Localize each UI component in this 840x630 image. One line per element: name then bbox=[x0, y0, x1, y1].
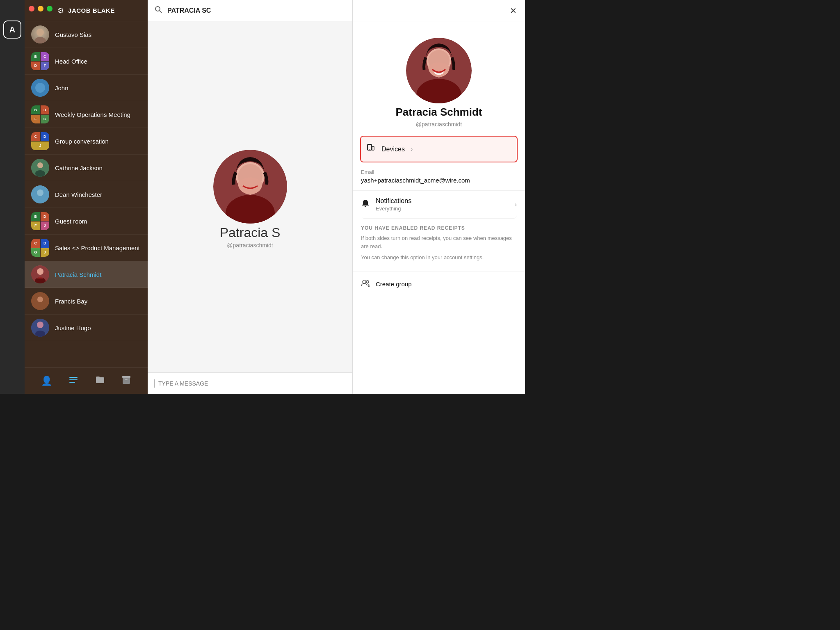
profile-preview-handle: @patraciaschmidt bbox=[227, 242, 273, 249]
bell-icon bbox=[361, 199, 370, 210]
sidebar-item-francis[interactable]: Francis Bay bbox=[25, 288, 148, 315]
sidebar-title: JACOB BLAKE bbox=[68, 7, 115, 14]
avatar-francis bbox=[31, 292, 49, 310]
svg-point-36 bbox=[363, 280, 366, 283]
sidebar-item-label-justine: Justine Hugo bbox=[55, 324, 91, 331]
sidebar-item-label-head-office: Head Office bbox=[55, 58, 87, 65]
sidebar-item-head-office[interactable]: B C D F Head Office bbox=[25, 48, 148, 75]
sidebar-item-sales[interactable]: C D G J Sales <> Product Management bbox=[25, 235, 148, 261]
sidebar-item-label-group-conv: Group conversation bbox=[55, 138, 109, 145]
gear-icon[interactable]: ⚙ bbox=[57, 6, 64, 15]
sidebar-item-label-weekly-ops: Weekly Operations Meeting bbox=[55, 111, 130, 118]
sidebar-item-weekly-ops[interactable]: B D F G Weekly Operations Meeting bbox=[25, 101, 148, 128]
sidebar-item-label-sales: Sales <> Product Management bbox=[55, 244, 140, 251]
svg-rect-19 bbox=[69, 382, 75, 383]
svg-point-37 bbox=[366, 281, 369, 283]
svg-point-6 bbox=[35, 170, 45, 177]
avatar-sales: C D G J bbox=[31, 239, 49, 257]
svg-point-8 bbox=[37, 189, 43, 196]
profile-handle: @patraciaschmidt bbox=[416, 121, 462, 128]
sidebar-item-label-cathrine: Cathrine Jackson bbox=[55, 164, 103, 171]
create-group-icon bbox=[361, 278, 370, 290]
sidebar-item-label-francis: Francis Bay bbox=[55, 298, 87, 305]
avatar-john bbox=[31, 79, 49, 97]
avatar-guest-room: B D F J bbox=[31, 212, 49, 230]
devices-row[interactable]: Devices › bbox=[360, 136, 518, 162]
devices-label: Devices bbox=[381, 146, 405, 153]
sidebar-item-john[interactable]: John bbox=[25, 75, 148, 101]
sidebar-item-gustavo-sias[interactable]: Gustavo Sias bbox=[25, 21, 148, 48]
avatar-gustavo-sias bbox=[31, 25, 49, 43]
avatar-justine bbox=[31, 319, 49, 337]
avatar-weekly-ops: B D F G bbox=[31, 105, 49, 123]
receipts-title: YOU HAVE ENABLED READ RECEIPTS bbox=[361, 225, 517, 231]
devices-section: Devices › bbox=[353, 136, 525, 162]
close-window-button[interactable] bbox=[29, 6, 34, 11]
svg-line-23 bbox=[160, 11, 162, 13]
main-chat: PATRACIA SC Patracia S bbox=[148, 0, 353, 394]
profile-section: Patracia Schmidt @patraciaschmidt bbox=[353, 21, 525, 136]
people-icon[interactable]: 👤 bbox=[41, 376, 52, 386]
chat-header: PATRACIA SC bbox=[148, 0, 352, 21]
chat-body: Patracia S @patraciaschmidt bbox=[148, 21, 352, 372]
profile-preview-name: Patracia S bbox=[220, 225, 281, 240]
search-icon[interactable] bbox=[154, 5, 162, 16]
notifications-sub: Everything bbox=[376, 205, 509, 212]
svg-point-15 bbox=[37, 322, 43, 328]
icon-bar: A bbox=[0, 0, 25, 394]
create-group-label: Create group bbox=[376, 281, 412, 288]
chats-icon[interactable] bbox=[68, 375, 78, 387]
create-group-row[interactable]: Create group bbox=[353, 272, 525, 296]
user-avatar-a[interactable]: A bbox=[3, 21, 21, 39]
chat-input-divider bbox=[154, 379, 155, 388]
profile-preview: Patracia S @patraciaschmidt bbox=[213, 146, 287, 249]
chat-input-bar bbox=[148, 372, 352, 394]
svg-rect-33 bbox=[369, 149, 370, 150]
notifications-row[interactable]: Notifications Everything › bbox=[361, 191, 517, 219]
email-value: yash+patraciaschmidt_acme@wire.com bbox=[361, 177, 517, 184]
sidebar-item-label-dean: Dean Winchester bbox=[55, 191, 102, 198]
sidebar-item-patracia[interactable]: Patracia Schmidt bbox=[25, 261, 148, 288]
notifications-chevron: › bbox=[515, 201, 517, 208]
svg-point-35 bbox=[373, 149, 373, 150]
email-section: Email yash+patraciaschmidt_acme@wire.com bbox=[353, 162, 525, 191]
notifications-label: Notifications bbox=[376, 197, 509, 205]
chat-input[interactable] bbox=[158, 380, 346, 387]
folder-icon[interactable] bbox=[95, 375, 105, 387]
chat-header-title: PATRACIA SC bbox=[167, 7, 211, 14]
receipts-text-1: If both sides turn on read receipts, you… bbox=[361, 234, 517, 250]
profile-image-large bbox=[406, 38, 472, 103]
devices-chevron: › bbox=[411, 146, 413, 153]
sidebar-item-label-patracia: Patracia Schmidt bbox=[55, 271, 101, 278]
svg-point-5 bbox=[37, 162, 43, 168]
email-label: Email bbox=[361, 169, 517, 175]
archive-icon[interactable] bbox=[121, 375, 131, 387]
sidebar-item-justine[interactable]: Justine Hugo bbox=[25, 315, 148, 341]
maximize-window-button[interactable] bbox=[47, 6, 52, 11]
close-panel-button[interactable]: ✕ bbox=[510, 6, 517, 16]
receipts-text-2: You can change this option in your accou… bbox=[361, 253, 517, 262]
svg-point-3 bbox=[35, 83, 45, 93]
svg-rect-18 bbox=[69, 379, 78, 380]
notifications-section: Notifications Everything › bbox=[353, 191, 525, 219]
sidebar-footer: 👤 bbox=[25, 368, 148, 394]
sidebar-item-label-gustavo-sias: Gustavo Sias bbox=[55, 31, 91, 38]
avatar-patracia bbox=[31, 265, 49, 283]
sidebar-item-cathrine[interactable]: Cathrine Jackson bbox=[25, 155, 148, 181]
right-panel: ✕ Patracia Schmidt @patraciaschmidt bbox=[353, 0, 525, 394]
sidebar-item-dean[interactable]: Dean Winchester bbox=[25, 181, 148, 208]
svg-point-0 bbox=[37, 29, 44, 36]
avatar-group-conv: C D J bbox=[31, 132, 49, 150]
minimize-window-button[interactable] bbox=[38, 6, 43, 11]
svg-rect-17 bbox=[69, 377, 78, 378]
sidebar-item-guest-room[interactable]: B D F J Guest room bbox=[25, 208, 148, 235]
profile-name: Patracia Schmidt bbox=[396, 106, 482, 119]
avatar-head-office: B C D F bbox=[31, 52, 49, 70]
avatar-cathrine bbox=[31, 159, 49, 177]
avatar-dean bbox=[31, 185, 49, 203]
svg-rect-20 bbox=[122, 376, 130, 378]
sidebar-item-group-conv[interactable]: C D J Group conversation bbox=[25, 128, 148, 155]
profile-preview-image bbox=[213, 150, 287, 224]
devices-icon bbox=[366, 143, 376, 155]
receipts-section: YOU HAVE ENABLED READ RECEIPTS If both s… bbox=[353, 219, 525, 272]
